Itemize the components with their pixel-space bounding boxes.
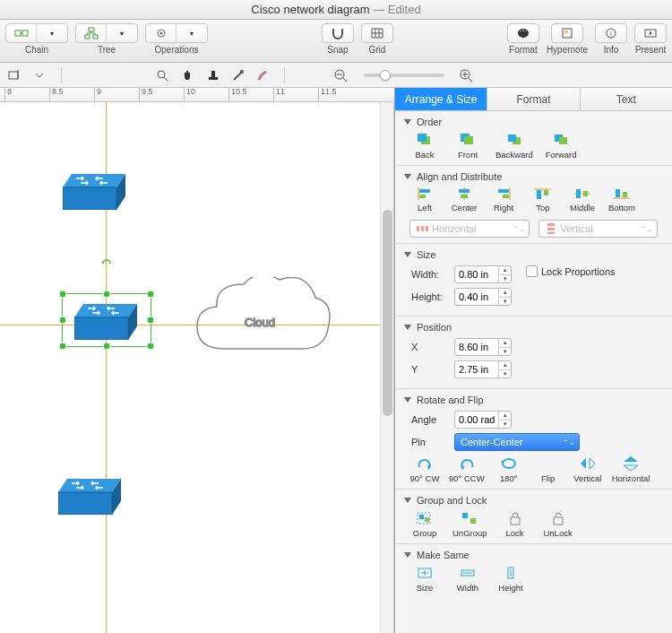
note-icon <box>560 27 574 39</box>
panel-tabs: Arrange & Size Format Text <box>395 88 672 111</box>
cloud-shape[interactable]: Cloud <box>188 277 332 371</box>
unlock-icon <box>549 511 567 525</box>
y-input[interactable]: ▴▾ <box>454 360 512 378</box>
vertical-scrollbar[interactable] <box>380 102 393 633</box>
chain-dropdown[interactable]: ▾ <box>37 24 67 42</box>
align-center-button[interactable]: Center <box>449 187 479 212</box>
distribute-vertical-select[interactable]: Vertical⌃⌄ <box>538 220 659 238</box>
network-switch-shape[interactable] <box>58 479 121 515</box>
scrollbar-thumb[interactable] <box>383 210 392 416</box>
grid-button[interactable] <box>362 24 392 42</box>
lock-proportions-checkbox[interactable]: Lock Proportions <box>526 265 616 277</box>
window-titlebar: Cisco network diagram — Edited <box>0 0 672 20</box>
snap-button[interactable] <box>323 24 353 42</box>
chevron-down-icon[interactable] <box>32 68 48 82</box>
bring-to-front-button[interactable]: Front <box>452 133 483 160</box>
inspector-panel: Arrange & Size Format Text Order Back Fr… <box>394 88 672 633</box>
secondary-toolbar <box>0 63 672 88</box>
rotate-cw-icon <box>416 456 434 471</box>
format-toolbar-button[interactable] <box>508 24 538 42</box>
chain-icon <box>14 27 29 39</box>
hypernote-button[interactable] <box>552 24 582 42</box>
tab-arrange[interactable]: Arrange & Size <box>395 88 487 110</box>
make-same-size-button[interactable]: Size <box>409 566 440 593</box>
selection-box[interactable] <box>62 293 151 347</box>
group-icon <box>416 511 434 525</box>
stamp-icon[interactable] <box>205 68 221 82</box>
operations-dropdown[interactable]: ▾ <box>177 24 207 42</box>
crop-icon[interactable] <box>7 68 23 82</box>
zoom-slider-knob[interactable] <box>380 70 391 81</box>
rotate-cw-button[interactable]: 90° CW <box>409 456 440 483</box>
zoom-out-icon[interactable] <box>333 68 349 82</box>
chain-button[interactable] <box>6 24 37 42</box>
distribute-horizontal-select[interactable]: Horizontal⌃⌄ <box>409 220 530 238</box>
gear-icon <box>154 27 168 39</box>
align-middle-button[interactable]: Middle <box>567 187 598 212</box>
rotation-handle[interactable] <box>101 256 112 269</box>
group-button[interactable]: Group <box>409 511 440 538</box>
svg-marker-36 <box>63 174 125 187</box>
height-input[interactable]: ▴▾ <box>454 288 512 306</box>
operations-button[interactable] <box>146 24 177 42</box>
backward-icon <box>505 133 523 147</box>
svg-rect-84 <box>554 517 563 525</box>
make-same-height-button[interactable]: Height <box>495 566 526 593</box>
same-size-icon <box>416 566 434 580</box>
dist-v-icon <box>545 223 557 234</box>
tree-dropdown[interactable]: ▾ <box>107 24 137 42</box>
align-right-button[interactable]: Right <box>488 187 519 212</box>
same-height-icon <box>502 566 520 580</box>
tree-button[interactable] <box>76 24 107 42</box>
svg-point-13 <box>520 30 521 32</box>
x-input[interactable]: ▴▾ <box>454 338 512 356</box>
main-toolbar: ▾ Chain ▾ Tree ▾ Operations Snap Grid Fo… <box>0 20 672 63</box>
info-icon: i <box>604 27 618 39</box>
ungroup-button[interactable]: UnGroup <box>452 511 487 538</box>
align-left-button[interactable]: Left <box>409 187 440 212</box>
send-to-back-button[interactable]: Back <box>409 133 440 160</box>
svg-rect-79 <box>419 515 424 519</box>
rotate-180-button[interactable]: 180° <box>494 456 524 483</box>
rotate-ccw-button[interactable]: 90° CCW <box>449 456 485 483</box>
zoom-in-icon[interactable] <box>459 68 475 82</box>
zoom-slider[interactable] <box>364 74 444 77</box>
align-top-icon <box>535 187 551 200</box>
svg-rect-57 <box>459 189 470 193</box>
same-width-icon <box>459 566 477 580</box>
svg-line-35 <box>469 78 472 82</box>
pin-select[interactable]: Center-Center⌃⌄ <box>454 433 580 451</box>
svg-point-23 <box>158 71 165 78</box>
paintbrush-icon[interactable] <box>255 68 271 82</box>
tab-text[interactable]: Text <box>581 88 672 110</box>
angle-input[interactable]: ▴▾ <box>454 411 512 429</box>
canvas[interactable]: Cloud <box>0 102 394 633</box>
lock-button[interactable]: Lock <box>500 511 530 538</box>
grid-icon <box>370 27 384 39</box>
svg-rect-46 <box>418 134 426 142</box>
svg-rect-63 <box>537 190 541 199</box>
bring-forward-button[interactable]: Forward <box>546 133 577 160</box>
present-button[interactable] <box>635 24 666 42</box>
svg-rect-1 <box>22 30 28 36</box>
eyedropper-icon[interactable] <box>230 68 246 82</box>
align-center-icon <box>456 187 472 200</box>
unlock-button[interactable]: UnLock <box>543 511 573 538</box>
align-top-button[interactable]: Top <box>528 187 558 212</box>
svg-point-11 <box>159 32 162 35</box>
flip-horizontal-button[interactable]: Horizontal <box>612 456 650 483</box>
back-icon <box>416 133 434 147</box>
info-button[interactable]: i <box>596 24 626 42</box>
hand-icon[interactable] <box>180 68 196 82</box>
svg-rect-0 <box>15 30 21 36</box>
tab-format[interactable]: Format <box>487 88 580 110</box>
make-same-width-button[interactable]: Width <box>452 566 483 593</box>
svg-point-14 <box>522 30 524 31</box>
width-input[interactable]: ▴▾ <box>454 265 512 283</box>
svg-rect-55 <box>419 195 426 198</box>
send-backward-button[interactable]: Backward <box>495 133 533 160</box>
network-switch-shape[interactable] <box>63 174 125 210</box>
magnifier-icon[interactable] <box>155 68 171 82</box>
flip-vertical-button[interactable]: Vertical <box>573 456 603 483</box>
align-bottom-button[interactable]: Bottom <box>607 187 637 212</box>
